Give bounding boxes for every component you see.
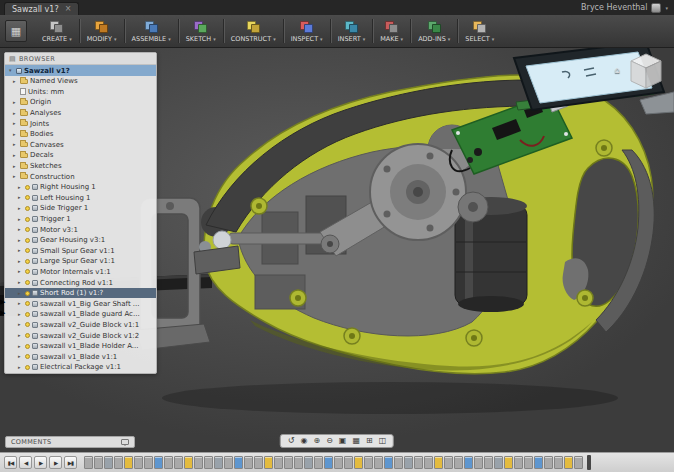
visibility-bulb-icon[interactable] (25, 301, 30, 306)
tree-item[interactable]: ▸Small Spur Gear v1:1 (5, 246, 156, 257)
expand-arrow-icon[interactable]: ▸ (18, 195, 23, 200)
timeline-feature-icon[interactable] (464, 456, 473, 469)
tree-item[interactable]: ▸Construction (5, 171, 156, 182)
visibility-bulb-icon[interactable] (25, 354, 30, 359)
expand-arrow-icon[interactable]: ▸ (13, 100, 18, 105)
expand-arrow-icon[interactable]: ▸ (18, 291, 23, 296)
timeline-feature-icon[interactable] (134, 456, 143, 469)
browser-header[interactable]: ▤ BROWSER (5, 53, 156, 65)
tree-item[interactable]: ▶▸sawzall v1_Big Gear Shaft ... (5, 298, 156, 309)
timeline-feature-icon[interactable] (224, 456, 233, 469)
data-panel-button[interactable]: ▦ (5, 20, 27, 42)
expand-arrow-icon[interactable]: ▸ (13, 121, 18, 126)
expand-arrow-icon[interactable]: ▸ (13, 142, 18, 147)
timeline-marker-handle[interactable] (587, 455, 591, 470)
timeline-feature-icon[interactable] (274, 456, 283, 469)
visibility-bulb-icon[interactable] (25, 344, 30, 349)
timeline-feature-icon[interactable] (284, 456, 293, 469)
step-back-button[interactable]: ◀ (19, 456, 32, 469)
visibility-bulb-icon[interactable] (25, 217, 30, 222)
tree-item[interactable]: ▸Bodies (5, 129, 156, 140)
timeline-feature-icon[interactable] (264, 456, 273, 469)
timeline-feature-icon[interactable] (544, 456, 553, 469)
tree-item[interactable]: ▸Analyses (5, 108, 156, 119)
tree-item[interactable]: ▸Connecting Rod v1:1 (5, 277, 156, 288)
timeline-feature-icon[interactable] (144, 456, 153, 469)
timeline-feature-icon[interactable] (474, 456, 483, 469)
tree-item[interactable]: ▸Joints (5, 118, 156, 129)
grid-icon[interactable]: ⊞ (366, 437, 373, 445)
timeline-feature-icon[interactable] (414, 456, 423, 469)
timeline-feature-icon[interactable] (514, 456, 523, 469)
view-cube[interactable]: ⌂ (614, 50, 669, 94)
timeline-feature-icon[interactable] (304, 456, 313, 469)
expand-arrow-icon[interactable]: ▸ (18, 185, 23, 190)
toolbar-group-make[interactable]: MAKE▾ (373, 20, 410, 43)
timeline-feature-icon[interactable] (404, 456, 413, 469)
toolbar-group-construct[interactable]: CONSTRUCT▾ (224, 20, 283, 43)
tree-item[interactable]: ▸Gear Housing v3:1 (5, 235, 156, 246)
toolbar-group-insert[interactable]: INSERT▾ (331, 20, 373, 43)
timeline-feature-icon[interactable] (234, 456, 243, 469)
step-forward-button[interactable]: ▶ (49, 456, 62, 469)
expand-arrow-icon[interactable]: ▸ (18, 344, 23, 349)
toolbar-group-select[interactable]: SELECT▾ (458, 20, 501, 43)
user-account[interactable]: Bryce Heventhal ▾ (581, 0, 674, 15)
tree-item[interactable]: ▸sawzall v1_Blade Holder A... (5, 341, 156, 352)
expand-arrow-icon[interactable]: ▸ (18, 365, 23, 370)
timeline-feature-icon[interactable] (374, 456, 383, 469)
visibility-bulb-icon[interactable] (25, 195, 30, 200)
fit-icon[interactable]: ▣ (339, 437, 347, 445)
tree-item[interactable]: ▸Motor Internals v1:1 (5, 267, 156, 278)
close-tab-icon[interactable]: × (65, 5, 72, 13)
tree-item[interactable]: ▸Named Views (5, 76, 156, 87)
tree-item[interactable]: ▸Motor v3:1 (5, 224, 156, 235)
visibility-bulb-icon[interactable] (25, 238, 30, 243)
tree-item[interactable]: ▸Large Spur Gear v1:1 (5, 256, 156, 267)
expand-arrow-icon[interactable]: ▸ (18, 301, 23, 306)
timeline-feature-icon[interactable] (354, 456, 363, 469)
timeline-feature-icon[interactable] (294, 456, 303, 469)
tree-item[interactable]: ▸Side Trigger 1 (5, 203, 156, 214)
timeline-feature-icon[interactable] (484, 456, 493, 469)
timeline-feature-icon[interactable] (364, 456, 373, 469)
timeline-feature-icon[interactable] (214, 456, 223, 469)
tree-item[interactable]: ▸Right Housing 1 (5, 182, 156, 193)
visibility-bulb-icon[interactable] (25, 322, 30, 327)
visibility-bulb-icon[interactable] (25, 280, 30, 285)
visibility-bulb-icon[interactable] (25, 185, 30, 190)
expand-arrow-icon[interactable]: ▸ (18, 259, 23, 264)
tree-item[interactable]: ▸Trigger 1 (5, 214, 156, 225)
tree-item[interactable]: ▶▸sawzall v1_Blade guard Ac... (5, 309, 156, 320)
document-tab[interactable]: Sawzall v1? × (4, 2, 79, 15)
visibility-bulb-icon[interactable] (25, 269, 30, 274)
expand-arrow-icon[interactable]: ▸ (18, 248, 23, 253)
expand-arrow-icon[interactable]: ▸ (18, 238, 23, 243)
tree-item[interactable]: ▸Decals (5, 150, 156, 161)
timeline-feature-icon[interactable] (114, 456, 123, 469)
toolbar-group-create[interactable]: CREATE▾ (35, 20, 79, 43)
timeline-feature-icon[interactable] (104, 456, 113, 469)
timeline-feature-icon[interactable] (434, 456, 443, 469)
expand-arrow-icon[interactable]: ▸ (13, 153, 18, 158)
visibility-bulb-icon[interactable] (25, 206, 30, 211)
expand-arrow-icon[interactable]: ▸ (18, 206, 23, 211)
expand-arrow-icon[interactable]: ▸ (13, 174, 18, 179)
visibility-bulb-icon[interactable] (25, 312, 30, 317)
tree-item[interactable]: ▸Left Housing 1 (5, 193, 156, 204)
expand-arrow-icon[interactable]: ▸ (18, 217, 23, 222)
timeline-feature-icon[interactable] (334, 456, 343, 469)
look-at-icon[interactable]: ◉ (300, 437, 307, 445)
go-to-start-button[interactable]: ▮◀ (4, 456, 17, 469)
timeline-feature-icon[interactable] (344, 456, 353, 469)
timeline-feature-icon[interactable] (184, 456, 193, 469)
expand-arrow-icon[interactable]: ▾ (9, 68, 14, 73)
tree-item[interactable]: ▸sawzall v2_Guide Block v1:1 (5, 320, 156, 331)
tree-root-item[interactable]: ▾ Sawzall v1? (5, 65, 156, 76)
timeline-feature-icon[interactable] (244, 456, 253, 469)
timeline-feature-icon[interactable] (84, 456, 93, 469)
timeline-feature-icon[interactable] (124, 456, 133, 469)
visibility-bulb-icon[interactable] (25, 333, 30, 338)
timeline-feature-icon[interactable] (504, 456, 513, 469)
display-settings-icon[interactable]: ▦ (352, 437, 360, 445)
